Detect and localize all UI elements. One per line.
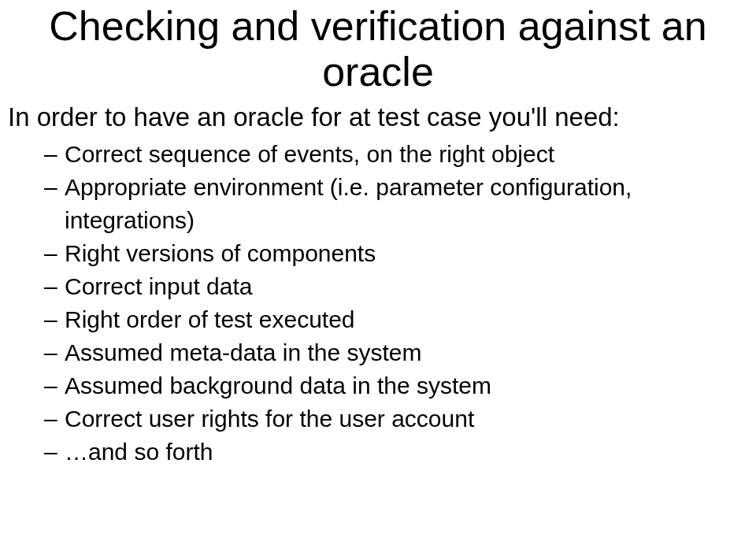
list-item: Correct user rights for the user account [44, 402, 748, 436]
slide-title: Checking and verification against an ora… [8, 3, 748, 95]
list-item: Assumed background data in the system [44, 369, 748, 402]
list-item: Right order of test executed [44, 303, 748, 336]
list-item: Right versions of components [44, 237, 748, 270]
list-item: Correct sequence of events, on the right… [44, 138, 748, 171]
list-item: Assumed meta-data in the system [44, 336, 748, 369]
intro-text: In order to have an oracle for at test c… [8, 101, 748, 134]
list-item: Correct input data [44, 270, 748, 303]
list-item: …and so forth [44, 436, 748, 469]
slide: Checking and verification against an ora… [0, 0, 756, 556]
list-item: Appropriate environment (i.e. parameter … [44, 171, 748, 237]
bullet-list: Correct sequence of events, on the right… [8, 138, 748, 469]
